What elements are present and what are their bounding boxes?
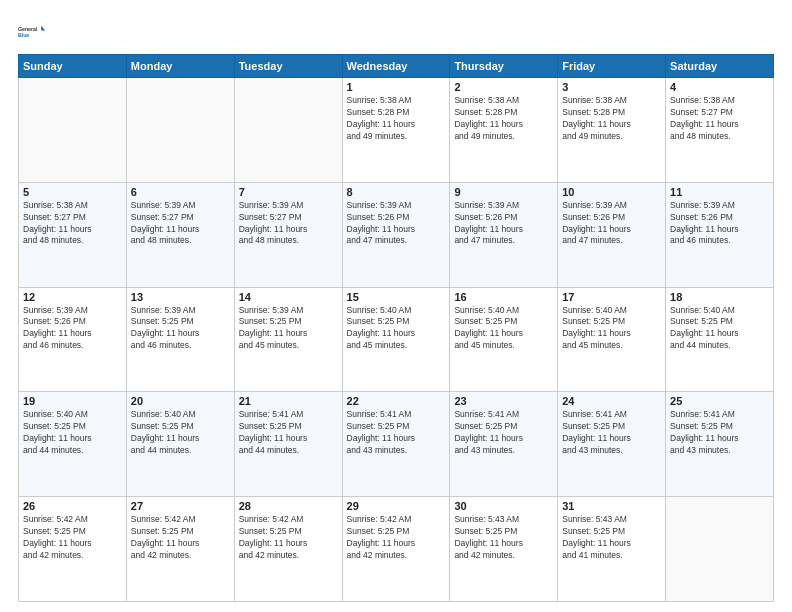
cell-content: Sunrise: 5:38 AMSunset: 5:28 PMDaylight:… bbox=[347, 95, 446, 143]
cell-content: Sunrise: 5:38 AMSunset: 5:28 PMDaylight:… bbox=[454, 95, 553, 143]
calendar-cell: 7Sunrise: 5:39 AMSunset: 5:27 PMDaylight… bbox=[234, 182, 342, 287]
cell-content: Sunrise: 5:42 AMSunset: 5:25 PMDaylight:… bbox=[23, 514, 122, 562]
day-header-monday: Monday bbox=[126, 55, 234, 78]
day-number: 11 bbox=[670, 186, 769, 198]
calendar-cell: 22Sunrise: 5:41 AMSunset: 5:25 PMDayligh… bbox=[342, 392, 450, 497]
calendar-header-row: SundayMondayTuesdayWednesdayThursdayFrid… bbox=[19, 55, 774, 78]
day-number: 23 bbox=[454, 395, 553, 407]
calendar-cell: 16Sunrise: 5:40 AMSunset: 5:25 PMDayligh… bbox=[450, 287, 558, 392]
cell-content: Sunrise: 5:40 AMSunset: 5:25 PMDaylight:… bbox=[562, 305, 661, 353]
day-number: 2 bbox=[454, 81, 553, 93]
calendar-cell: 19Sunrise: 5:40 AMSunset: 5:25 PMDayligh… bbox=[19, 392, 127, 497]
calendar-cell: 31Sunrise: 5:43 AMSunset: 5:25 PMDayligh… bbox=[558, 497, 666, 602]
calendar-week-2: 5Sunrise: 5:38 AMSunset: 5:27 PMDaylight… bbox=[19, 182, 774, 287]
day-number: 27 bbox=[131, 500, 230, 512]
calendar-cell: 21Sunrise: 5:41 AMSunset: 5:25 PMDayligh… bbox=[234, 392, 342, 497]
day-header-saturday: Saturday bbox=[666, 55, 774, 78]
day-number: 26 bbox=[23, 500, 122, 512]
cell-content: Sunrise: 5:40 AMSunset: 5:25 PMDaylight:… bbox=[131, 409, 230, 457]
cell-content: Sunrise: 5:39 AMSunset: 5:27 PMDaylight:… bbox=[239, 200, 338, 248]
calendar-cell: 28Sunrise: 5:42 AMSunset: 5:25 PMDayligh… bbox=[234, 497, 342, 602]
cell-content: Sunrise: 5:39 AMSunset: 5:26 PMDaylight:… bbox=[454, 200, 553, 248]
day-number: 24 bbox=[562, 395, 661, 407]
calendar-cell: 30Sunrise: 5:43 AMSunset: 5:25 PMDayligh… bbox=[450, 497, 558, 602]
calendar-week-1: 1Sunrise: 5:38 AMSunset: 5:28 PMDaylight… bbox=[19, 78, 774, 183]
day-header-thursday: Thursday bbox=[450, 55, 558, 78]
header: GeneralBlue bbox=[18, 18, 774, 46]
calendar-week-3: 12Sunrise: 5:39 AMSunset: 5:26 PMDayligh… bbox=[19, 287, 774, 392]
day-number: 7 bbox=[239, 186, 338, 198]
cell-content: Sunrise: 5:42 AMSunset: 5:25 PMDaylight:… bbox=[131, 514, 230, 562]
day-number: 9 bbox=[454, 186, 553, 198]
calendar-cell: 18Sunrise: 5:40 AMSunset: 5:25 PMDayligh… bbox=[666, 287, 774, 392]
cell-content: Sunrise: 5:42 AMSunset: 5:25 PMDaylight:… bbox=[239, 514, 338, 562]
day-number: 1 bbox=[347, 81, 446, 93]
page: GeneralBlue SundayMondayTuesdayWednesday… bbox=[0, 0, 792, 612]
day-number: 17 bbox=[562, 291, 661, 303]
cell-content: Sunrise: 5:40 AMSunset: 5:25 PMDaylight:… bbox=[670, 305, 769, 353]
calendar-cell: 14Sunrise: 5:39 AMSunset: 5:25 PMDayligh… bbox=[234, 287, 342, 392]
cell-content: Sunrise: 5:39 AMSunset: 5:26 PMDaylight:… bbox=[562, 200, 661, 248]
logo: GeneralBlue bbox=[18, 18, 46, 46]
day-number: 22 bbox=[347, 395, 446, 407]
cell-content: Sunrise: 5:38 AMSunset: 5:28 PMDaylight:… bbox=[562, 95, 661, 143]
day-header-tuesday: Tuesday bbox=[234, 55, 342, 78]
day-number: 5 bbox=[23, 186, 122, 198]
cell-content: Sunrise: 5:39 AMSunset: 5:27 PMDaylight:… bbox=[131, 200, 230, 248]
calendar-cell: 6Sunrise: 5:39 AMSunset: 5:27 PMDaylight… bbox=[126, 182, 234, 287]
day-number: 3 bbox=[562, 81, 661, 93]
day-number: 16 bbox=[454, 291, 553, 303]
calendar-cell: 20Sunrise: 5:40 AMSunset: 5:25 PMDayligh… bbox=[126, 392, 234, 497]
cell-content: Sunrise: 5:40 AMSunset: 5:25 PMDaylight:… bbox=[347, 305, 446, 353]
cell-content: Sunrise: 5:40 AMSunset: 5:25 PMDaylight:… bbox=[23, 409, 122, 457]
cell-content: Sunrise: 5:39 AMSunset: 5:25 PMDaylight:… bbox=[239, 305, 338, 353]
calendar-cell: 25Sunrise: 5:41 AMSunset: 5:25 PMDayligh… bbox=[666, 392, 774, 497]
day-number: 25 bbox=[670, 395, 769, 407]
calendar-cell: 26Sunrise: 5:42 AMSunset: 5:25 PMDayligh… bbox=[19, 497, 127, 602]
cell-content: Sunrise: 5:38 AMSunset: 5:27 PMDaylight:… bbox=[23, 200, 122, 248]
calendar-cell bbox=[19, 78, 127, 183]
calendar-cell: 2Sunrise: 5:38 AMSunset: 5:28 PMDaylight… bbox=[450, 78, 558, 183]
calendar-cell: 17Sunrise: 5:40 AMSunset: 5:25 PMDayligh… bbox=[558, 287, 666, 392]
calendar-cell: 29Sunrise: 5:42 AMSunset: 5:25 PMDayligh… bbox=[342, 497, 450, 602]
cell-content: Sunrise: 5:41 AMSunset: 5:25 PMDaylight:… bbox=[239, 409, 338, 457]
svg-marker-2 bbox=[41, 26, 45, 31]
cell-content: Sunrise: 5:39 AMSunset: 5:26 PMDaylight:… bbox=[23, 305, 122, 353]
calendar-cell: 11Sunrise: 5:39 AMSunset: 5:26 PMDayligh… bbox=[666, 182, 774, 287]
calendar-cell: 15Sunrise: 5:40 AMSunset: 5:25 PMDayligh… bbox=[342, 287, 450, 392]
day-number: 28 bbox=[239, 500, 338, 512]
cell-content: Sunrise: 5:39 AMSunset: 5:26 PMDaylight:… bbox=[347, 200, 446, 248]
day-number: 30 bbox=[454, 500, 553, 512]
calendar-cell: 9Sunrise: 5:39 AMSunset: 5:26 PMDaylight… bbox=[450, 182, 558, 287]
day-number: 14 bbox=[239, 291, 338, 303]
calendar-cell: 12Sunrise: 5:39 AMSunset: 5:26 PMDayligh… bbox=[19, 287, 127, 392]
cell-content: Sunrise: 5:41 AMSunset: 5:25 PMDaylight:… bbox=[562, 409, 661, 457]
calendar-cell bbox=[666, 497, 774, 602]
calendar-cell: 5Sunrise: 5:38 AMSunset: 5:27 PMDaylight… bbox=[19, 182, 127, 287]
calendar-week-4: 19Sunrise: 5:40 AMSunset: 5:25 PMDayligh… bbox=[19, 392, 774, 497]
calendar-cell: 27Sunrise: 5:42 AMSunset: 5:25 PMDayligh… bbox=[126, 497, 234, 602]
day-number: 19 bbox=[23, 395, 122, 407]
day-number: 29 bbox=[347, 500, 446, 512]
cell-content: Sunrise: 5:39 AMSunset: 5:25 PMDaylight:… bbox=[131, 305, 230, 353]
day-number: 4 bbox=[670, 81, 769, 93]
day-number: 8 bbox=[347, 186, 446, 198]
calendar-cell: 1Sunrise: 5:38 AMSunset: 5:28 PMDaylight… bbox=[342, 78, 450, 183]
day-header-friday: Friday bbox=[558, 55, 666, 78]
calendar-cell bbox=[234, 78, 342, 183]
svg-text:Blue: Blue bbox=[18, 32, 29, 38]
calendar-cell: 3Sunrise: 5:38 AMSunset: 5:28 PMDaylight… bbox=[558, 78, 666, 183]
cell-content: Sunrise: 5:38 AMSunset: 5:27 PMDaylight:… bbox=[670, 95, 769, 143]
calendar-cell: 4Sunrise: 5:38 AMSunset: 5:27 PMDaylight… bbox=[666, 78, 774, 183]
day-number: 18 bbox=[670, 291, 769, 303]
calendar-cell: 24Sunrise: 5:41 AMSunset: 5:25 PMDayligh… bbox=[558, 392, 666, 497]
day-number: 13 bbox=[131, 291, 230, 303]
cell-content: Sunrise: 5:43 AMSunset: 5:25 PMDaylight:… bbox=[562, 514, 661, 562]
day-number: 6 bbox=[131, 186, 230, 198]
cell-content: Sunrise: 5:41 AMSunset: 5:25 PMDaylight:… bbox=[347, 409, 446, 457]
calendar-cell: 23Sunrise: 5:41 AMSunset: 5:25 PMDayligh… bbox=[450, 392, 558, 497]
day-number: 12 bbox=[23, 291, 122, 303]
cell-content: Sunrise: 5:41 AMSunset: 5:25 PMDaylight:… bbox=[454, 409, 553, 457]
calendar-cell: 13Sunrise: 5:39 AMSunset: 5:25 PMDayligh… bbox=[126, 287, 234, 392]
calendar-cell bbox=[126, 78, 234, 183]
